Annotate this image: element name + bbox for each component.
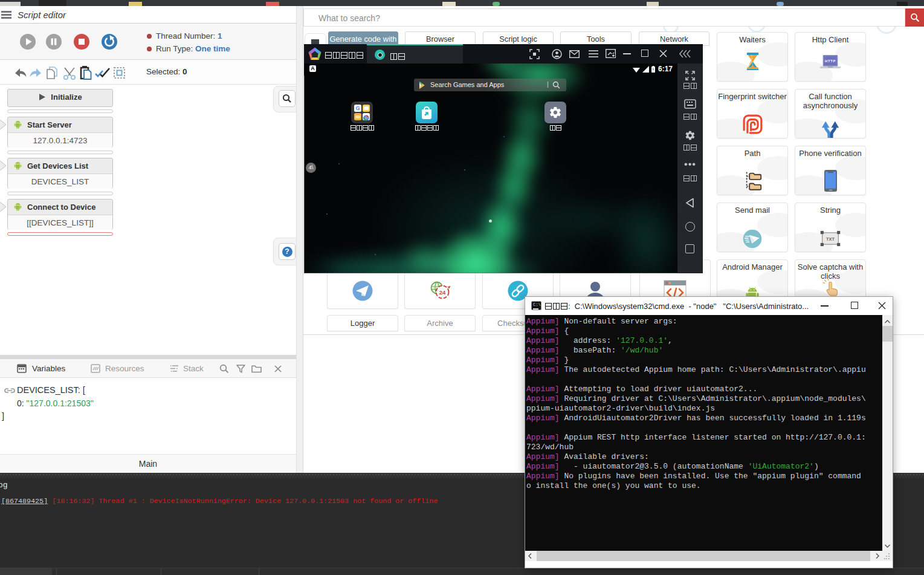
svg-text:HTTP: HTTP bbox=[825, 59, 836, 63]
svg-text:TXT: TXT bbox=[826, 236, 835, 242]
svg-text:24: 24 bbox=[439, 289, 446, 296]
